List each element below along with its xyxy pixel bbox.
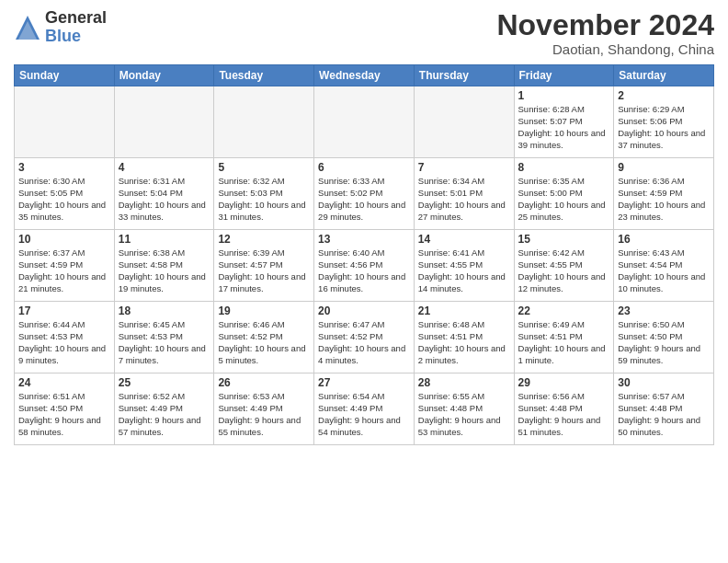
day-number: 20	[318, 304, 410, 317]
calendar-cell-w4-d6: 30Sunrise: 6:57 AM Sunset: 4:48 PM Dayli…	[614, 373, 714, 445]
calendar-cell-w2-d3: 13Sunrise: 6:40 AM Sunset: 4:56 PM Dayli…	[314, 230, 415, 302]
day-info: Sunrise: 6:40 AM Sunset: 4:56 PM Dayligh…	[318, 247, 410, 294]
day-number: 9	[618, 161, 710, 174]
day-info: Sunrise: 6:29 AM Sunset: 5:06 PM Dayligh…	[618, 104, 710, 151]
col-wednesday: Wednesday	[314, 65, 415, 86]
day-info: Sunrise: 6:30 AM Sunset: 5:05 PM Dayligh…	[18, 176, 110, 223]
day-number: 2	[618, 89, 710, 102]
week-row-3: 17Sunrise: 6:44 AM Sunset: 4:53 PM Dayli…	[15, 302, 714, 373]
calendar-cell-w0-d3	[314, 86, 415, 158]
day-number: 15	[518, 233, 610, 246]
calendar-cell-w0-d4	[414, 86, 514, 158]
day-info: Sunrise: 6:39 AM Sunset: 4:57 PM Dayligh…	[218, 247, 310, 294]
day-info: Sunrise: 6:53 AM Sunset: 4:49 PM Dayligh…	[218, 391, 310, 438]
day-info: Sunrise: 6:43 AM Sunset: 4:54 PM Dayligh…	[618, 247, 710, 294]
calendar-cell-w0-d1	[114, 86, 214, 158]
day-info: Sunrise: 6:56 AM Sunset: 4:48 PM Dayligh…	[518, 391, 610, 438]
day-info: Sunrise: 6:38 AM Sunset: 4:58 PM Dayligh…	[119, 247, 210, 294]
day-number: 30	[618, 376, 710, 389]
day-number: 14	[418, 233, 510, 246]
calendar-cell-w3-d5: 22Sunrise: 6:49 AM Sunset: 4:51 PM Dayli…	[514, 302, 614, 373]
day-number: 10	[18, 233, 110, 246]
week-row-2: 10Sunrise: 6:37 AM Sunset: 4:59 PM Dayli…	[15, 230, 714, 302]
day-number: 3	[18, 161, 110, 174]
calendar-cell-w1-d5: 8Sunrise: 6:35 AM Sunset: 5:00 PM Daylig…	[514, 158, 614, 230]
day-info: Sunrise: 6:42 AM Sunset: 4:55 PM Dayligh…	[518, 247, 610, 294]
day-number: 21	[418, 304, 510, 317]
calendar-cell-w0-d2	[214, 86, 314, 158]
calendar-cell-w3-d4: 21Sunrise: 6:48 AM Sunset: 4:51 PM Dayli…	[414, 302, 514, 373]
calendar-cell-w4-d4: 28Sunrise: 6:55 AM Sunset: 4:48 PM Dayli…	[414, 373, 514, 445]
day-info: Sunrise: 6:34 AM Sunset: 5:01 PM Dayligh…	[418, 176, 510, 223]
day-info: Sunrise: 6:28 AM Sunset: 5:07 PM Dayligh…	[518, 104, 610, 151]
logo-text: General Blue	[45, 9, 107, 46]
day-number: 1	[518, 89, 610, 102]
col-friday: Friday	[514, 65, 614, 86]
logo: General Blue	[14, 9, 107, 46]
day-info: Sunrise: 6:41 AM Sunset: 4:55 PM Dayligh…	[418, 247, 510, 294]
col-thursday: Thursday	[414, 65, 514, 86]
calendar-cell-w3-d3: 20Sunrise: 6:47 AM Sunset: 4:52 PM Dayli…	[314, 302, 415, 373]
day-info: Sunrise: 6:36 AM Sunset: 4:59 PM Dayligh…	[618, 176, 710, 223]
header: General Blue November 2024 Daotian, Shan…	[14, 9, 714, 57]
month-title: November 2024	[496, 9, 714, 41]
day-number: 22	[518, 304, 610, 317]
logo-general: General	[45, 9, 107, 28]
day-number: 6	[318, 161, 410, 174]
day-number: 26	[218, 376, 310, 389]
day-number: 11	[119, 233, 210, 246]
calendar-cell-w1-d1: 4Sunrise: 6:31 AM Sunset: 5:04 PM Daylig…	[114, 158, 214, 230]
col-sunday: Sunday	[15, 65, 115, 86]
day-info: Sunrise: 6:49 AM Sunset: 4:51 PM Dayligh…	[518, 319, 610, 366]
calendar-cell-w0-d6: 2Sunrise: 6:29 AM Sunset: 5:06 PM Daylig…	[614, 86, 714, 158]
calendar-cell-w1-d6: 9Sunrise: 6:36 AM Sunset: 4:59 PM Daylig…	[614, 158, 714, 230]
day-info: Sunrise: 6:45 AM Sunset: 4:53 PM Dayligh…	[119, 319, 210, 366]
calendar-cell-w2-d4: 14Sunrise: 6:41 AM Sunset: 4:55 PM Dayli…	[414, 230, 514, 302]
day-info: Sunrise: 6:44 AM Sunset: 4:53 PM Dayligh…	[18, 319, 110, 366]
calendar-cell-w1-d4: 7Sunrise: 6:34 AM Sunset: 5:01 PM Daylig…	[414, 158, 514, 230]
day-info: Sunrise: 6:57 AM Sunset: 4:48 PM Dayligh…	[618, 391, 710, 438]
day-info: Sunrise: 6:55 AM Sunset: 4:48 PM Dayligh…	[418, 391, 510, 438]
calendar-cell-w1-d0: 3Sunrise: 6:30 AM Sunset: 5:05 PM Daylig…	[15, 158, 115, 230]
col-tuesday: Tuesday	[214, 65, 314, 86]
day-number: 29	[518, 376, 610, 389]
calendar-table: Sunday Monday Tuesday Wednesday Thursday…	[14, 64, 714, 445]
calendar-cell-w3-d2: 19Sunrise: 6:46 AM Sunset: 4:52 PM Dayli…	[214, 302, 314, 373]
day-number: 23	[618, 304, 710, 317]
day-number: 8	[518, 161, 610, 174]
calendar-cell-w3-d6: 23Sunrise: 6:50 AM Sunset: 4:50 PM Dayli…	[614, 302, 714, 373]
calendar-cell-w2-d2: 12Sunrise: 6:39 AM Sunset: 4:57 PM Dayli…	[214, 230, 314, 302]
calendar-cell-w2-d0: 10Sunrise: 6:37 AM Sunset: 4:59 PM Dayli…	[15, 230, 115, 302]
calendar-cell-w2-d6: 16Sunrise: 6:43 AM Sunset: 4:54 PM Dayli…	[614, 230, 714, 302]
calendar-header-row: Sunday Monday Tuesday Wednesday Thursday…	[15, 65, 714, 86]
day-info: Sunrise: 6:52 AM Sunset: 4:49 PM Dayligh…	[119, 391, 210, 438]
week-row-1: 3Sunrise: 6:30 AM Sunset: 5:05 PM Daylig…	[15, 158, 714, 230]
day-number: 18	[119, 304, 210, 317]
day-number: 16	[618, 233, 710, 246]
logo-blue: Blue	[45, 28, 107, 46]
day-number: 4	[119, 161, 210, 174]
calendar-cell-w4-d0: 24Sunrise: 6:51 AM Sunset: 4:50 PM Dayli…	[15, 373, 115, 445]
page: General Blue November 2024 Daotian, Shan…	[0, 0, 728, 563]
calendar-cell-w1-d2: 5Sunrise: 6:32 AM Sunset: 5:03 PM Daylig…	[214, 158, 314, 230]
subtitle: Daotian, Shandong, China	[496, 41, 714, 57]
day-number: 7	[418, 161, 510, 174]
week-row-4: 24Sunrise: 6:51 AM Sunset: 4:50 PM Dayli…	[15, 373, 714, 445]
day-info: Sunrise: 6:35 AM Sunset: 5:00 PM Dayligh…	[518, 176, 610, 223]
day-number: 19	[218, 304, 310, 317]
calendar-cell-w4-d3: 27Sunrise: 6:54 AM Sunset: 4:49 PM Dayli…	[314, 373, 415, 445]
calendar-cell-w4-d5: 29Sunrise: 6:56 AM Sunset: 4:48 PM Dayli…	[514, 373, 614, 445]
day-number: 12	[218, 233, 310, 246]
day-info: Sunrise: 6:37 AM Sunset: 4:59 PM Dayligh…	[18, 247, 110, 294]
calendar-cell-w2-d5: 15Sunrise: 6:42 AM Sunset: 4:55 PM Dayli…	[514, 230, 614, 302]
title-block: November 2024 Daotian, Shandong, China	[496, 9, 714, 57]
day-info: Sunrise: 6:31 AM Sunset: 5:04 PM Dayligh…	[119, 176, 210, 223]
day-info: Sunrise: 6:50 AM Sunset: 4:50 PM Dayligh…	[618, 319, 710, 366]
calendar-cell-w1-d3: 6Sunrise: 6:33 AM Sunset: 5:02 PM Daylig…	[314, 158, 415, 230]
calendar-cell-w4-d1: 25Sunrise: 6:52 AM Sunset: 4:49 PM Dayli…	[114, 373, 214, 445]
day-info: Sunrise: 6:54 AM Sunset: 4:49 PM Dayligh…	[318, 391, 410, 438]
day-info: Sunrise: 6:48 AM Sunset: 4:51 PM Dayligh…	[418, 319, 510, 366]
week-row-0: 1Sunrise: 6:28 AM Sunset: 5:07 PM Daylig…	[15, 86, 714, 158]
day-number: 5	[218, 161, 310, 174]
day-info: Sunrise: 6:47 AM Sunset: 4:52 PM Dayligh…	[318, 319, 410, 366]
